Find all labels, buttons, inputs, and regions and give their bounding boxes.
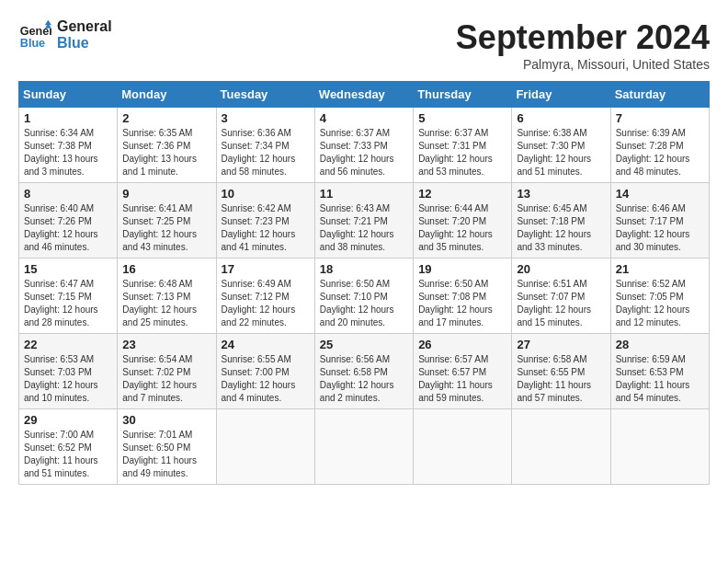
day-of-week-header: Tuesday [216, 82, 314, 108]
day-info: Sunrise: 6:52 AM Sunset: 7:05 PM Dayligh… [616, 278, 704, 329]
calendar-day-cell: 12 Sunrise: 6:44 AM Sunset: 7:20 PM Dayl… [414, 183, 512, 259]
calendar-day-cell: 18 Sunrise: 6:50 AM Sunset: 7:10 PM Dayl… [314, 259, 413, 334]
day-of-week-header: Saturday [610, 82, 709, 108]
calendar-day-cell: 17 Sunrise: 6:49 AM Sunset: 7:12 PM Dayl… [216, 259, 314, 334]
day-number: 27 [517, 338, 605, 351]
day-of-week-header: Friday [512, 82, 610, 108]
day-info: Sunrise: 6:39 AM Sunset: 7:28 PM Dayligh… [616, 127, 704, 178]
calendar-day-cell: 22 Sunrise: 6:53 AM Sunset: 7:03 PM Dayl… [19, 334, 118, 409]
day-number: 5 [418, 111, 506, 125]
calendar-day-cell: 3 Sunrise: 6:36 AM Sunset: 7:34 PM Dayli… [216, 108, 314, 183]
day-number: 30 [122, 413, 210, 427]
day-number: 6 [517, 111, 605, 125]
day-info: Sunrise: 6:43 AM Sunset: 7:21 PM Dayligh… [320, 202, 408, 254]
calendar-week-row: 8 Sunrise: 6:40 AM Sunset: 7:26 PM Dayli… [19, 183, 710, 259]
calendar-week-row: 22 Sunrise: 6:53 AM Sunset: 7:03 PM Dayl… [19, 334, 710, 409]
calendar-day-cell: 7 Sunrise: 6:39 AM Sunset: 7:28 PM Dayli… [610, 108, 709, 183]
day-info: Sunrise: 6:42 AM Sunset: 7:23 PM Dayligh… [222, 202, 310, 254]
title-area: September 2024 Palmyra, Missouri, United… [456, 18, 710, 72]
day-number: 2 [122, 111, 210, 125]
day-number: 23 [122, 338, 210, 351]
day-number: 17 [222, 262, 310, 276]
day-number: 3 [222, 111, 310, 125]
day-number: 21 [616, 262, 704, 276]
day-info: Sunrise: 6:55 AM Sunset: 7:00 PM Dayligh… [222, 353, 310, 405]
calendar-week-row: 29 Sunrise: 7:00 AM Sunset: 6:52 PM Dayl… [19, 409, 710, 485]
day-info: Sunrise: 6:56 AM Sunset: 6:58 PM Dayligh… [320, 353, 408, 405]
calendar-day-cell: 4 Sunrise: 6:37 AM Sunset: 7:33 PM Dayli… [314, 108, 413, 183]
page-header: General Blue General Blue September 2024… [18, 18, 710, 72]
day-info: Sunrise: 6:44 AM Sunset: 7:20 PM Dayligh… [418, 202, 506, 254]
logo: General Blue General Blue [18, 18, 112, 52]
day-info: Sunrise: 6:50 AM Sunset: 7:08 PM Dayligh… [418, 278, 506, 329]
calendar-day-cell [314, 409, 413, 485]
calendar-day-cell: 11 Sunrise: 6:43 AM Sunset: 7:21 PM Dayl… [314, 183, 413, 259]
day-number: 11 [320, 187, 408, 201]
calendar-day-cell: 23 Sunrise: 6:54 AM Sunset: 7:02 PM Dayl… [118, 334, 216, 409]
calendar-day-cell [610, 409, 709, 485]
calendar-day-cell: 9 Sunrise: 6:41 AM Sunset: 7:25 PM Dayli… [118, 183, 216, 259]
day-info: Sunrise: 6:38 AM Sunset: 7:30 PM Dayligh… [517, 127, 605, 178]
day-number: 1 [24, 111, 112, 125]
logo-blue: Blue [57, 35, 112, 52]
day-info: Sunrise: 6:46 AM Sunset: 7:17 PM Dayligh… [616, 202, 704, 254]
day-info: Sunrise: 6:41 AM Sunset: 7:25 PM Dayligh… [122, 202, 210, 254]
calendar-day-cell: 29 Sunrise: 7:00 AM Sunset: 6:52 PM Dayl… [19, 409, 118, 485]
day-number: 18 [320, 262, 408, 276]
day-number: 8 [24, 187, 112, 201]
day-number: 12 [418, 187, 506, 201]
day-of-week-header: Thursday [414, 82, 512, 108]
calendar-week-row: 15 Sunrise: 6:47 AM Sunset: 7:15 PM Dayl… [19, 259, 710, 334]
calendar-day-cell: 5 Sunrise: 6:37 AM Sunset: 7:31 PM Dayli… [414, 108, 512, 183]
calendar-day-cell: 24 Sunrise: 6:55 AM Sunset: 7:00 PM Dayl… [216, 334, 314, 409]
day-info: Sunrise: 6:37 AM Sunset: 7:31 PM Dayligh… [418, 127, 506, 178]
day-info: Sunrise: 6:36 AM Sunset: 7:34 PM Dayligh… [222, 127, 310, 178]
day-number: 16 [122, 262, 210, 276]
day-info: Sunrise: 6:48 AM Sunset: 7:13 PM Dayligh… [122, 278, 210, 329]
day-info: Sunrise: 7:00 AM Sunset: 6:52 PM Dayligh… [24, 429, 112, 480]
day-info: Sunrise: 6:45 AM Sunset: 7:18 PM Dayligh… [517, 202, 605, 254]
day-info: Sunrise: 6:53 AM Sunset: 7:03 PM Dayligh… [24, 353, 112, 405]
day-info: Sunrise: 6:54 AM Sunset: 7:02 PM Dayligh… [122, 353, 210, 405]
calendar-day-cell: 19 Sunrise: 6:50 AM Sunset: 7:08 PM Dayl… [414, 259, 512, 334]
day-number: 26 [418, 338, 506, 351]
day-number: 22 [24, 338, 112, 351]
day-number: 9 [122, 187, 210, 201]
calendar-day-cell [512, 409, 610, 485]
day-info: Sunrise: 6:34 AM Sunset: 7:38 PM Dayligh… [24, 127, 112, 178]
day-number: 14 [616, 187, 704, 201]
day-info: Sunrise: 6:47 AM Sunset: 7:15 PM Dayligh… [24, 278, 112, 329]
day-info: Sunrise: 6:57 AM Sunset: 6:57 PM Dayligh… [418, 353, 506, 405]
day-number: 24 [222, 338, 310, 351]
day-number: 7 [616, 111, 704, 125]
day-of-week-header: Monday [118, 82, 216, 108]
calendar-week-row: 1 Sunrise: 6:34 AM Sunset: 7:38 PM Dayli… [19, 108, 710, 183]
location: Palmyra, Missouri, United States [456, 57, 710, 72]
svg-text:Blue: Blue [20, 37, 45, 50]
logo-general: General [57, 18, 112, 35]
calendar-day-cell: 14 Sunrise: 6:46 AM Sunset: 7:17 PM Dayl… [610, 183, 709, 259]
day-number: 20 [517, 262, 605, 276]
day-number: 4 [320, 111, 408, 125]
calendar-day-cell: 30 Sunrise: 7:01 AM Sunset: 6:50 PM Dayl… [118, 409, 216, 485]
calendar-day-cell: 2 Sunrise: 6:35 AM Sunset: 7:36 PM Dayli… [118, 108, 216, 183]
calendar-day-cell: 27 Sunrise: 6:58 AM Sunset: 6:55 PM Dayl… [512, 334, 610, 409]
calendar-day-cell: 20 Sunrise: 6:51 AM Sunset: 7:07 PM Dayl… [512, 259, 610, 334]
day-number: 13 [517, 187, 605, 201]
day-info: Sunrise: 6:37 AM Sunset: 7:33 PM Dayligh… [320, 127, 408, 178]
calendar-day-cell: 8 Sunrise: 6:40 AM Sunset: 7:26 PM Dayli… [19, 183, 118, 259]
day-number: 29 [24, 413, 112, 427]
calendar-day-cell: 21 Sunrise: 6:52 AM Sunset: 7:05 PM Dayl… [610, 259, 709, 334]
calendar-table: SundayMondayTuesdayWednesdayThursdayFrid… [18, 81, 710, 485]
calendar-day-cell: 15 Sunrise: 6:47 AM Sunset: 7:15 PM Dayl… [19, 259, 118, 334]
calendar-header-row: SundayMondayTuesdayWednesdayThursdayFrid… [19, 82, 710, 108]
calendar-day-cell [414, 409, 512, 485]
calendar-day-cell: 1 Sunrise: 6:34 AM Sunset: 7:38 PM Dayli… [19, 108, 118, 183]
day-info: Sunrise: 6:35 AM Sunset: 7:36 PM Dayligh… [122, 127, 210, 178]
logo-icon: General Blue [18, 18, 51, 52]
day-info: Sunrise: 7:01 AM Sunset: 6:50 PM Dayligh… [122, 429, 210, 480]
day-number: 19 [418, 262, 506, 276]
day-number: 10 [222, 187, 310, 201]
calendar-day-cell: 25 Sunrise: 6:56 AM Sunset: 6:58 PM Dayl… [314, 334, 413, 409]
calendar-day-cell: 26 Sunrise: 6:57 AM Sunset: 6:57 PM Dayl… [414, 334, 512, 409]
